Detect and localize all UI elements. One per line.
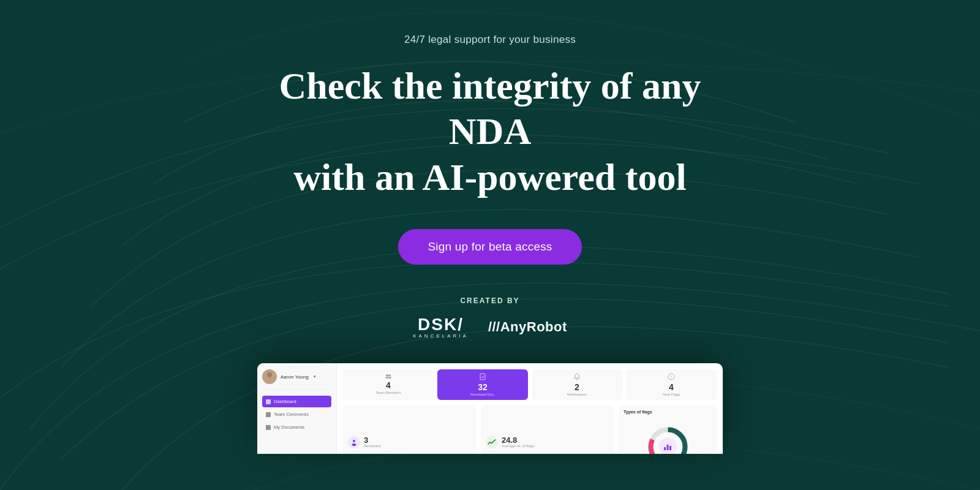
reviewed-docs-count: 32: [442, 383, 523, 391]
svg-point-3: [386, 374, 388, 377]
dashboard-preview: Aaron Young ▾ Dashboard Team Comments My…: [257, 363, 723, 454]
reviewers-icon: [348, 436, 360, 448]
flags-icon: !: [631, 373, 712, 382]
reviewers-count: 3: [364, 436, 381, 444]
bottom-stat-avg-flags: 24.8 Average no. of flags: [481, 405, 614, 454]
user-name: Aaron Young: [281, 374, 309, 380]
svg-point-11: [352, 443, 356, 446]
user-avatar: [262, 369, 277, 384]
svg-point-2: [265, 379, 274, 384]
reviewed-icon: [442, 373, 523, 382]
subtitle-text: 24/7 legal support for your business: [404, 34, 576, 46]
dashboard-user: Aaron Young ▾: [262, 369, 331, 390]
notifications-label: Notifications: [537, 393, 617, 396]
dashboard-icon: [266, 399, 271, 404]
avg-flags-value: 24.8: [502, 436, 534, 444]
reviewers-label: Reviewers: [364, 444, 381, 448]
stat-reviewed-docs: 32 Reviewed Doc.: [437, 369, 528, 400]
nav-item-team-comments[interactable]: Team Comments: [262, 409, 331, 420]
svg-point-1: [267, 372, 272, 377]
my-documents-icon: [266, 425, 271, 430]
svg-point-10: [353, 440, 355, 442]
team-members-label: Team Members: [348, 391, 429, 394]
svg-rect-7: [480, 374, 485, 380]
user-dropdown-icon: ▾: [314, 374, 316, 379]
team-members-count: 4: [348, 381, 429, 390]
flags-chart: Types of flags: [619, 405, 717, 454]
headline-line2: with an AI-powered tool: [293, 156, 686, 198]
stat-notifications: 2 Notifications: [532, 369, 622, 400]
headline: Check the integrity of any NDA with an A…: [251, 63, 729, 200]
svg-text:!: !: [671, 375, 672, 379]
dsk-logo-main: DSK/: [418, 315, 464, 334]
chart-title: Types of flags: [624, 410, 712, 414]
headline-line1: Check the integrity of any NDA: [279, 65, 701, 152]
notification-icon: [537, 373, 617, 382]
anyrobot-logo-text: ///AnyRobot: [488, 319, 567, 334]
logos-row: DSK/ KANCELARIA ///AnyRobot: [413, 315, 567, 339]
created-by-section: CREATED BY DSK/ KANCELARIA ///AnyRobot: [413, 296, 567, 339]
team-comments-icon: [266, 412, 271, 417]
new-flags-count: 4: [631, 383, 712, 391]
dashboard-sidebar: Aaron Young ▾ Dashboard Team Comments My…: [257, 363, 337, 454]
logo-dsk: DSK/ KANCELARIA: [413, 315, 469, 339]
svg-rect-18: [669, 446, 671, 450]
bottom-stat-reviewers: 3 Reviewers: [343, 405, 476, 454]
svg-rect-16: [664, 447, 666, 450]
dashboard-main: 4 Team Members 32 Reviewed Doc.: [337, 363, 723, 454]
svg-rect-17: [666, 445, 668, 450]
bottom-row: 3 Reviewers 24.8 Average no. of flags: [343, 405, 717, 454]
donut-chart: [624, 419, 712, 454]
dsk-logo-sub: KANCELARIA: [413, 333, 469, 339]
team-icon: [348, 373, 429, 380]
stat-team-members: 4 Team Members: [343, 369, 434, 400]
logo-anyrobot: ///AnyRobot: [488, 319, 567, 335]
nav-item-dashboard[interactable]: Dashboard: [262, 396, 331, 407]
stat-new-flags: ! 4 New Flags: [626, 369, 717, 400]
nav-label-team-comments: Team Comments: [274, 412, 309, 417]
avg-flags-icon: [486, 436, 498, 448]
nav-item-my-documents[interactable]: My Documents: [262, 421, 331, 433]
svg-point-4: [388, 374, 391, 377]
nav-label-my-documents: My Documents: [274, 424, 304, 430]
cta-button[interactable]: Sign up for beta access: [398, 229, 581, 265]
created-by-label: CREATED BY: [460, 296, 519, 305]
new-flags-label: New Flags: [631, 393, 712, 396]
avg-flags-label: Average no. of flags: [502, 444, 534, 448]
notifications-count: 2: [537, 383, 617, 391]
stats-row: 4 Team Members 32 Reviewed Doc.: [343, 369, 717, 400]
nav-label-dashboard: Dashboard: [274, 399, 296, 404]
reviewed-docs-label: Reviewed Doc.: [442, 393, 523, 396]
